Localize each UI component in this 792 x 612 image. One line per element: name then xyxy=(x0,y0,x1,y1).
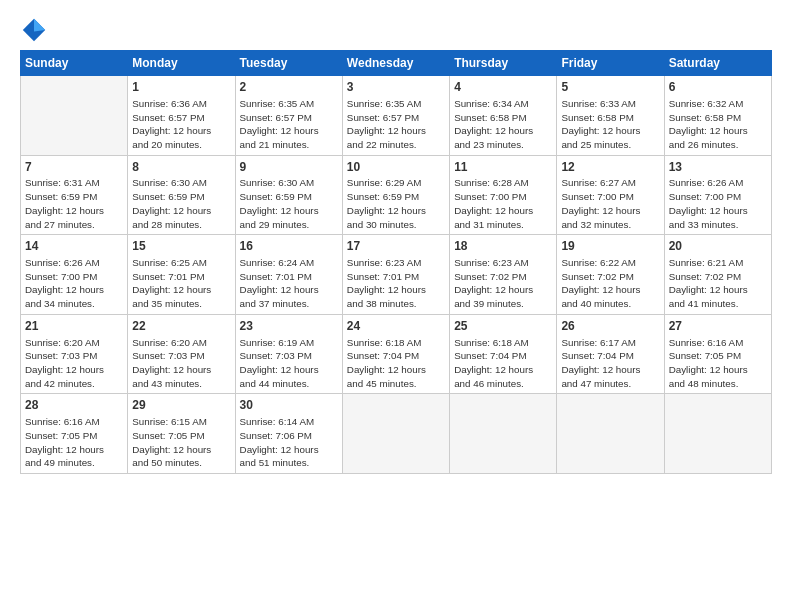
calendar-week-3: 14Sunrise: 6:26 AMSunset: 7:00 PMDayligh… xyxy=(21,235,772,315)
day-number: 25 xyxy=(454,318,552,335)
day-info: Sunrise: 6:15 AMSunset: 7:05 PMDaylight:… xyxy=(132,415,230,470)
calendar-cell: 15Sunrise: 6:25 AMSunset: 7:01 PMDayligh… xyxy=(128,235,235,315)
calendar-cell: 9Sunrise: 6:30 AMSunset: 6:59 PMDaylight… xyxy=(235,155,342,235)
day-info: Sunrise: 6:28 AMSunset: 7:00 PMDaylight:… xyxy=(454,176,552,231)
calendar-cell xyxy=(557,394,664,474)
header-row-days: SundayMondayTuesdayWednesdayThursdayFrid… xyxy=(21,51,772,76)
day-number: 11 xyxy=(454,159,552,176)
calendar-cell: 22Sunrise: 6:20 AMSunset: 7:03 PMDayligh… xyxy=(128,314,235,394)
day-info: Sunrise: 6:22 AMSunset: 7:02 PMDaylight:… xyxy=(561,256,659,311)
day-info: Sunrise: 6:20 AMSunset: 7:03 PMDaylight:… xyxy=(25,336,123,391)
calendar-cell: 4Sunrise: 6:34 AMSunset: 6:58 PMDaylight… xyxy=(450,76,557,156)
calendar-cell: 23Sunrise: 6:19 AMSunset: 7:03 PMDayligh… xyxy=(235,314,342,394)
day-info: Sunrise: 6:18 AMSunset: 7:04 PMDaylight:… xyxy=(454,336,552,391)
calendar-header: SundayMondayTuesdayWednesdayThursdayFrid… xyxy=(21,51,772,76)
calendar-cell: 26Sunrise: 6:17 AMSunset: 7:04 PMDayligh… xyxy=(557,314,664,394)
calendar-cell: 30Sunrise: 6:14 AMSunset: 7:06 PMDayligh… xyxy=(235,394,342,474)
day-info: Sunrise: 6:26 AMSunset: 7:00 PMDaylight:… xyxy=(25,256,123,311)
calendar-cell: 19Sunrise: 6:22 AMSunset: 7:02 PMDayligh… xyxy=(557,235,664,315)
day-info: Sunrise: 6:19 AMSunset: 7:03 PMDaylight:… xyxy=(240,336,338,391)
calendar-cell: 27Sunrise: 6:16 AMSunset: 7:05 PMDayligh… xyxy=(664,314,771,394)
day-number: 26 xyxy=(561,318,659,335)
day-info: Sunrise: 6:17 AMSunset: 7:04 PMDaylight:… xyxy=(561,336,659,391)
day-number: 7 xyxy=(25,159,123,176)
day-info: Sunrise: 6:35 AMSunset: 6:57 PMDaylight:… xyxy=(240,97,338,152)
day-number: 10 xyxy=(347,159,445,176)
day-number: 9 xyxy=(240,159,338,176)
day-number: 13 xyxy=(669,159,767,176)
day-info: Sunrise: 6:24 AMSunset: 7:01 PMDaylight:… xyxy=(240,256,338,311)
day-info: Sunrise: 6:23 AMSunset: 7:02 PMDaylight:… xyxy=(454,256,552,311)
day-number: 16 xyxy=(240,238,338,255)
day-info: Sunrise: 6:16 AMSunset: 7:05 PMDaylight:… xyxy=(669,336,767,391)
day-info: Sunrise: 6:35 AMSunset: 6:57 PMDaylight:… xyxy=(347,97,445,152)
day-info: Sunrise: 6:18 AMSunset: 7:04 PMDaylight:… xyxy=(347,336,445,391)
day-number: 15 xyxy=(132,238,230,255)
day-number: 30 xyxy=(240,397,338,414)
calendar-cell: 2Sunrise: 6:35 AMSunset: 6:57 PMDaylight… xyxy=(235,76,342,156)
day-info: Sunrise: 6:33 AMSunset: 6:58 PMDaylight:… xyxy=(561,97,659,152)
day-number: 6 xyxy=(669,79,767,96)
day-number: 19 xyxy=(561,238,659,255)
day-number: 17 xyxy=(347,238,445,255)
calendar-cell: 5Sunrise: 6:33 AMSunset: 6:58 PMDaylight… xyxy=(557,76,664,156)
day-header-friday: Friday xyxy=(557,51,664,76)
day-number: 28 xyxy=(25,397,123,414)
day-info: Sunrise: 6:20 AMSunset: 7:03 PMDaylight:… xyxy=(132,336,230,391)
day-number: 3 xyxy=(347,79,445,96)
day-number: 22 xyxy=(132,318,230,335)
day-info: Sunrise: 6:30 AMSunset: 6:59 PMDaylight:… xyxy=(132,176,230,231)
calendar-cell: 13Sunrise: 6:26 AMSunset: 7:00 PMDayligh… xyxy=(664,155,771,235)
calendar-week-2: 7Sunrise: 6:31 AMSunset: 6:59 PMDaylight… xyxy=(21,155,772,235)
day-number: 14 xyxy=(25,238,123,255)
calendar-cell: 12Sunrise: 6:27 AMSunset: 7:00 PMDayligh… xyxy=(557,155,664,235)
calendar-cell: 8Sunrise: 6:30 AMSunset: 6:59 PMDaylight… xyxy=(128,155,235,235)
calendar-week-1: 1Sunrise: 6:36 AMSunset: 6:57 PMDaylight… xyxy=(21,76,772,156)
day-number: 4 xyxy=(454,79,552,96)
calendar-cell: 11Sunrise: 6:28 AMSunset: 7:00 PMDayligh… xyxy=(450,155,557,235)
day-header-tuesday: Tuesday xyxy=(235,51,342,76)
calendar-body: 1Sunrise: 6:36 AMSunset: 6:57 PMDaylight… xyxy=(21,76,772,474)
day-number: 24 xyxy=(347,318,445,335)
calendar-week-4: 21Sunrise: 6:20 AMSunset: 7:03 PMDayligh… xyxy=(21,314,772,394)
day-info: Sunrise: 6:27 AMSunset: 7:00 PMDaylight:… xyxy=(561,176,659,231)
logo xyxy=(20,16,52,44)
day-number: 12 xyxy=(561,159,659,176)
calendar-cell xyxy=(664,394,771,474)
day-number: 18 xyxy=(454,238,552,255)
day-header-monday: Monday xyxy=(128,51,235,76)
day-header-sunday: Sunday xyxy=(21,51,128,76)
calendar-cell: 28Sunrise: 6:16 AMSunset: 7:05 PMDayligh… xyxy=(21,394,128,474)
calendar-week-5: 28Sunrise: 6:16 AMSunset: 7:05 PMDayligh… xyxy=(21,394,772,474)
calendar-cell: 14Sunrise: 6:26 AMSunset: 7:00 PMDayligh… xyxy=(21,235,128,315)
day-info: Sunrise: 6:34 AMSunset: 6:58 PMDaylight:… xyxy=(454,97,552,152)
day-info: Sunrise: 6:25 AMSunset: 7:01 PMDaylight:… xyxy=(132,256,230,311)
calendar-cell: 29Sunrise: 6:15 AMSunset: 7:05 PMDayligh… xyxy=(128,394,235,474)
day-info: Sunrise: 6:26 AMSunset: 7:00 PMDaylight:… xyxy=(669,176,767,231)
logo-icon xyxy=(20,16,48,44)
calendar-cell: 7Sunrise: 6:31 AMSunset: 6:59 PMDaylight… xyxy=(21,155,128,235)
calendar-cell: 21Sunrise: 6:20 AMSunset: 7:03 PMDayligh… xyxy=(21,314,128,394)
day-number: 8 xyxy=(132,159,230,176)
day-number: 20 xyxy=(669,238,767,255)
page-container: SundayMondayTuesdayWednesdayThursdayFrid… xyxy=(0,0,792,484)
calendar-table: SundayMondayTuesdayWednesdayThursdayFrid… xyxy=(20,50,772,474)
day-number: 2 xyxy=(240,79,338,96)
calendar-cell: 18Sunrise: 6:23 AMSunset: 7:02 PMDayligh… xyxy=(450,235,557,315)
calendar-cell: 6Sunrise: 6:32 AMSunset: 6:58 PMDaylight… xyxy=(664,76,771,156)
day-number: 23 xyxy=(240,318,338,335)
day-number: 27 xyxy=(669,318,767,335)
day-header-thursday: Thursday xyxy=(450,51,557,76)
calendar-cell xyxy=(450,394,557,474)
calendar-cell xyxy=(21,76,128,156)
day-info: Sunrise: 6:16 AMSunset: 7:05 PMDaylight:… xyxy=(25,415,123,470)
calendar-cell: 3Sunrise: 6:35 AMSunset: 6:57 PMDaylight… xyxy=(342,76,449,156)
svg-marker-1 xyxy=(34,19,45,32)
day-info: Sunrise: 6:36 AMSunset: 6:57 PMDaylight:… xyxy=(132,97,230,152)
day-info: Sunrise: 6:32 AMSunset: 6:58 PMDaylight:… xyxy=(669,97,767,152)
calendar-cell: 1Sunrise: 6:36 AMSunset: 6:57 PMDaylight… xyxy=(128,76,235,156)
day-number: 21 xyxy=(25,318,123,335)
day-info: Sunrise: 6:30 AMSunset: 6:59 PMDaylight:… xyxy=(240,176,338,231)
calendar-cell: 10Sunrise: 6:29 AMSunset: 6:59 PMDayligh… xyxy=(342,155,449,235)
day-info: Sunrise: 6:21 AMSunset: 7:02 PMDaylight:… xyxy=(669,256,767,311)
